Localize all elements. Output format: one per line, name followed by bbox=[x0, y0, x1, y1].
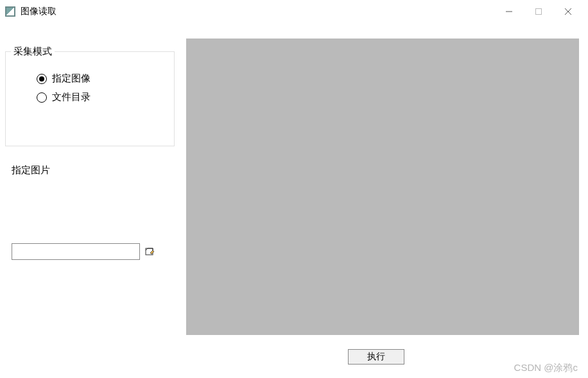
close-button[interactable] bbox=[553, 2, 583, 21]
browse-button[interactable] bbox=[143, 245, 157, 259]
radio-group: 指定图像 文件目录 bbox=[6, 52, 174, 103]
minimize-button[interactable] bbox=[494, 2, 524, 21]
maximize-button[interactable] bbox=[524, 2, 553, 21]
radio-specify-image[interactable]: 指定图像 bbox=[37, 73, 174, 85]
path-input[interactable] bbox=[12, 243, 140, 260]
radio-label: 文件目录 bbox=[52, 91, 91, 103]
radio-icon bbox=[37, 74, 47, 84]
capture-mode-label: 采集模式 bbox=[11, 46, 55, 58]
svg-rect-1 bbox=[536, 9, 542, 15]
capture-mode-group: 采集模式 指定图像 文件目录 bbox=[5, 51, 175, 146]
radio-icon bbox=[37, 92, 47, 103]
run-button[interactable]: 执行 bbox=[348, 349, 404, 365]
file-open-icon bbox=[144, 246, 155, 257]
specify-image-label: 指定图片 bbox=[12, 164, 50, 176]
path-row bbox=[12, 243, 157, 260]
content-area: 采集模式 指定图像 文件目录 指定图片 执行 CSDN @涂鸦c bbox=[0, 23, 588, 378]
window-title: 图像读取 bbox=[21, 6, 494, 17]
titlebar: 图像读取 bbox=[0, 0, 588, 23]
radio-label: 指定图像 bbox=[52, 73, 91, 85]
image-display-canvas bbox=[186, 39, 579, 335]
radio-file-directory[interactable]: 文件目录 bbox=[37, 91, 174, 103]
app-icon bbox=[5, 6, 15, 17]
run-button-label: 执行 bbox=[367, 351, 385, 363]
watermark: CSDN @涂鸦c bbox=[514, 362, 578, 374]
